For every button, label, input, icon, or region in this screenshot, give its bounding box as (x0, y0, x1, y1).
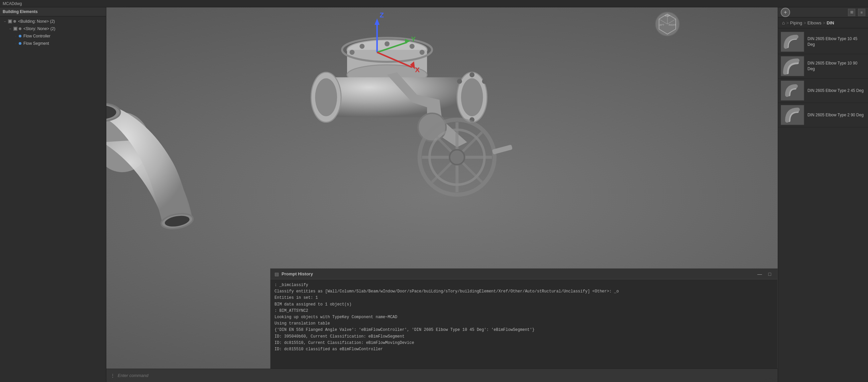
maximize-button[interactable]: □ (766, 270, 773, 278)
prompt-line-9: ID: 395040b60, Current Classification: e… (275, 333, 773, 340)
main-layout: Building Elements − <Building: None> (2)… (0, 7, 868, 382)
svg-text:RIGHT: RIGHT (669, 24, 676, 26)
list-item[interactable]: DIN 2605 Elbow Type 2 90 Deg (778, 103, 868, 127)
svg-point-11 (360, 44, 365, 49)
svg-point-13 (410, 44, 414, 49)
svg-text:Y: Y (411, 35, 415, 43)
tree-item-flow-controller[interactable]: · Flow Controller (0, 32, 106, 40)
prompt-header-controls: — □ (756, 270, 773, 278)
right-panel-top: + ⊞ ≡ (778, 7, 868, 18)
thumbnail-4 (781, 105, 804, 125)
dot-flow-segment (19, 42, 22, 45)
checkbox-story[interactable] (13, 27, 18, 31)
home-icon[interactable]: ⌂ (782, 20, 785, 25)
library-item-label-1: DIN 2605 Elbow Type 10 45 Deg (807, 36, 865, 47)
command-bar: ⋮ (106, 369, 778, 382)
prompt-line-5: : BIM_ATTSYNC2 (275, 308, 773, 314)
prompt-line-10: ID: dc815510, Current Classification: eB… (275, 340, 773, 346)
svg-text:TOP: TOP (665, 14, 670, 18)
breadcrumb-piping[interactable]: Piping (790, 21, 802, 25)
prompt-line-1: : _bimclassify (275, 282, 773, 288)
svg-point-23 (482, 79, 487, 84)
svg-point-20 (469, 72, 474, 77)
breadcrumb: ⌂ > Piping > Elbows > DIN (778, 18, 868, 28)
expand-icon-story[interactable]: − (8, 26, 13, 31)
svg-point-19 (461, 78, 483, 116)
breadcrumb-sep-2: > (803, 21, 806, 25)
sidebar-header: Building Elements (0, 7, 106, 17)
svg-point-12 (384, 41, 390, 46)
breadcrumb-sep-1: > (786, 21, 789, 25)
top-bar: MCADdwg (0, 0, 868, 7)
label-story-none: <Story: None> (2) (23, 26, 55, 31)
tree-item-building-none[interactable]: − <Building: None> (2) (0, 18, 106, 25)
svg-point-14 (420, 50, 425, 55)
label-flow-controller: Flow Controller (23, 34, 51, 38)
svg-point-10 (349, 50, 354, 55)
dot-flow-controller (19, 35, 22, 37)
prompt-line-6: Looking up objects with TypeKey Componen… (275, 314, 773, 320)
breadcrumb-sep-3: > (823, 21, 826, 25)
prompt-line-8: {'DIN EN 558 Flanged Angle Valve': 'eBim… (275, 327, 773, 333)
thumbnail-1 (781, 32, 804, 52)
checkbox-building[interactable] (8, 20, 12, 23)
prompt-line-2: Classify entities as [Wall/Column/Slab/B… (275, 288, 773, 295)
label-building-none: <Building: None> (2) (18, 19, 55, 24)
svg-point-22 (457, 79, 462, 84)
viewport-3d: Z Y X TOP R (106, 7, 778, 382)
thumbnail-3 (781, 81, 804, 101)
svg-point-25 (315, 78, 337, 116)
prompt-line-11: ID: dc815510 classified as eBimFlowContr… (275, 346, 773, 353)
expand-icon-flow-segment: · (13, 41, 18, 46)
right-panel: + ⊞ ≡ ⌂ > Piping > Elbows > DIN (778, 7, 868, 382)
svg-text:Z: Z (379, 11, 384, 19)
library-item-label-2: DIN 2605 Elbow Type 10 90 Deg (807, 61, 865, 72)
dot-building (13, 20, 16, 23)
left-sidebar: Building Elements − <Building: None> (2)… (0, 7, 106, 382)
prompt-history-title: Prompt History (282, 272, 313, 276)
command-prompt-icon: ⋮ (110, 373, 115, 378)
label-flow-segment: Flow Segment (23, 41, 49, 46)
dot-story (19, 27, 22, 30)
thumbnail-2 (781, 56, 804, 76)
library-item-label-3: DIN 2605 Elbow Type 2 45 Deg (807, 88, 864, 94)
list-item[interactable]: DIN 2605 Elbow Type 2 45 Deg (778, 78, 868, 103)
prompt-line-4: BIM data assigned to 1 object(s) (275, 301, 773, 308)
prompt-header: ▤ Prompt History — □ (271, 269, 777, 279)
command-input[interactable] (118, 373, 218, 378)
viewport-area[interactable]: Z Y X TOP R (106, 7, 778, 382)
prompt-line-7: Using translation table (275, 320, 773, 327)
svg-text:LEFT: LEFT (658, 24, 664, 26)
prompt-line-3: Entities in set: 1 (275, 295, 773, 301)
nav-cube[interactable]: TOP RIGHT LEFT (654, 11, 681, 37)
tree-container: − <Building: None> (2) − <Story: None> (… (0, 17, 106, 382)
tree-item-flow-segment[interactable]: · Flow Segment (0, 40, 106, 47)
svg-point-33 (450, 150, 464, 165)
prompt-panel-icon: ▤ (275, 272, 279, 277)
svg-text:X: X (415, 66, 420, 73)
prompt-history-panel: ▤ Prompt History — □ : _bimclassify Clas… (270, 268, 778, 369)
add-button[interactable]: + (781, 8, 790, 17)
list-item[interactable]: DIN 2605 Elbow Type 10 90 Deg (778, 54, 868, 78)
grid-view-button[interactable]: ⊞ (848, 9, 855, 16)
expand-icon-flow-controller: · (13, 34, 18, 38)
library-item-label-4: DIN 2605 Elbow Type 2 90 Deg (807, 112, 864, 118)
list-item[interactable]: DIN 2605 Elbow Type 10 45 Deg (778, 30, 868, 54)
library-items: DIN 2605 Elbow Type 10 45 Deg DIN 2605 E… (778, 28, 868, 382)
list-view-button[interactable]: ≡ (858, 9, 865, 16)
expand-icon-building[interactable]: − (3, 19, 7, 24)
tree-item-story-none[interactable]: − <Story: None> (2) (0, 25, 106, 32)
prompt-content: : _bimclassify Classify entities as [Wal… (271, 279, 777, 369)
breadcrumb-din: DIN (827, 21, 834, 25)
app-title: MCADdwg (3, 1, 22, 6)
minimize-button[interactable]: — (756, 270, 763, 278)
breadcrumb-elbows[interactable]: Elbows (807, 21, 822, 25)
